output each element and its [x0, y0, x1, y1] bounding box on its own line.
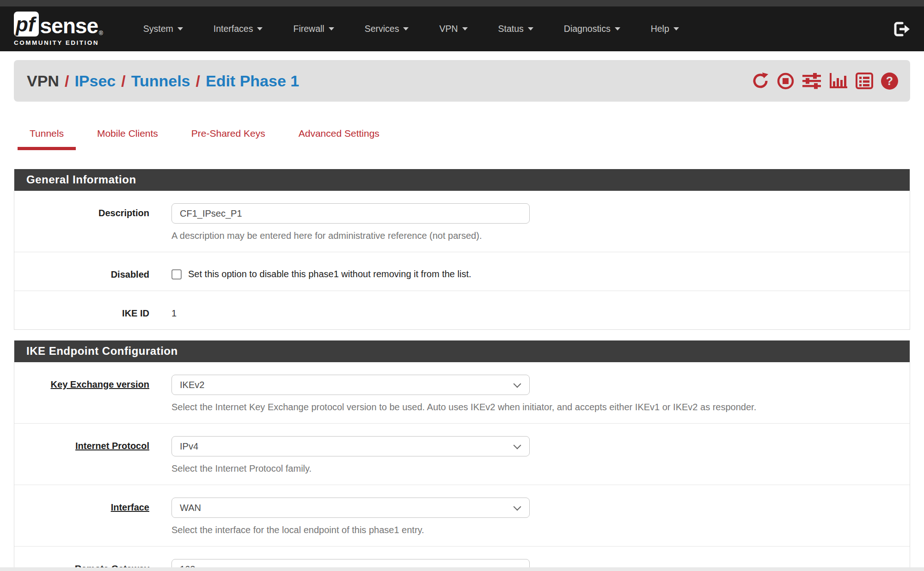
breadcrumb-panel: VPN / IPsec / Tunnels / Edit Phase 1 — [14, 60, 910, 102]
breadcrumb-separator: / — [196, 72, 200, 90]
pfsense-logo-subtitle: COMMUNITY EDITION — [14, 39, 103, 46]
nav-item-label: Status — [498, 24, 524, 34]
ike-id-row: IKE ID 1 — [14, 291, 910, 329]
nav-item-label: Services — [365, 24, 399, 34]
nav-item-diagnostics[interactable]: Diagnostics — [549, 24, 636, 34]
breadcrumb-separator: / — [65, 72, 69, 90]
nav-item-interfaces[interactable]: Interfaces — [198, 24, 278, 34]
interface-control: WAN Select the interface for the local e… — [171, 498, 910, 535]
tab-pre-shared-keys[interactable]: Pre-Shared Keys — [179, 128, 277, 150]
sliders-icon — [802, 72, 821, 90]
nav-item-system[interactable]: System — [128, 24, 198, 34]
chevron-down-icon — [329, 27, 334, 30]
description-help: A description may be entered here for ad… — [171, 231, 910, 241]
pfsense-logo-sense: sense — [40, 15, 98, 36]
breadcrumb-link-edit-phase-1[interactable]: Edit Phase 1 — [206, 72, 299, 90]
interface-label: Interface — [14, 498, 149, 535]
breadcrumb-vpn: VPN — [27, 72, 59, 90]
refresh-icon — [752, 72, 769, 90]
interface-selected-value: WAN — [180, 503, 201, 513]
chevron-down-icon — [257, 27, 263, 30]
nav-item-services[interactable]: Services — [349, 24, 424, 34]
panel-body: Key Exchange version IKEv2 Select the In… — [14, 362, 910, 571]
status-graph-button[interactable] — [829, 72, 848, 90]
ike-id-value: 1 — [171, 304, 910, 319]
key-exchange-row: Key Exchange version IKEv2 Select the In… — [14, 362, 910, 423]
pfsense-logo-wordmark: pfsense® — [14, 12, 103, 36]
refresh-service-button[interactable] — [752, 72, 769, 90]
disabled-row: Disabled Set this option to disable this… — [14, 252, 910, 291]
breadcrumb-link-ipsec[interactable]: IPsec — [74, 72, 116, 90]
description-control: A description may be entered here for ad… — [171, 203, 910, 241]
chevron-down-icon — [615, 27, 620, 30]
ike-id-label: IKE ID — [14, 304, 149, 319]
tab-tunnels[interactable]: Tunnels — [18, 128, 76, 150]
key-exchange-help: Select the Internet Key Exchange protoco… — [171, 402, 910, 413]
page-action-icons: ? — [752, 72, 898, 90]
key-exchange-control: IKEv2 Select the Internet Key Exchange p… — [171, 375, 910, 413]
window-top-strip — [0, 0, 924, 6]
main-navbar: pfsense® COMMUNITY EDITION System Interf… — [0, 6, 924, 51]
general-information-panel: General Information Description A descri… — [14, 169, 910, 330]
internet-protocol-selected-value: IPv4 — [180, 441, 198, 452]
disabled-control: Set this option to disable this phase1 w… — [171, 265, 910, 280]
internet-protocol-help: Select the Internet Protocol family. — [171, 463, 910, 474]
pfsense-logo-pf: pf — [14, 12, 39, 36]
nav-item-label: Firewall — [293, 24, 324, 34]
disabled-label: Disabled — [14, 265, 149, 280]
description-label: Description — [14, 203, 149, 241]
question-mark-icon: ? — [886, 74, 893, 88]
related-settings-button[interactable] — [802, 72, 821, 90]
sign-out-icon — [893, 21, 910, 37]
chevron-down-icon — [673, 27, 679, 30]
disabled-checkbox[interactable] — [171, 269, 182, 279]
internet-protocol-row: Internet Protocol IPv4 Select the Intern… — [14, 423, 910, 485]
panel-title: General Information — [14, 169, 910, 191]
help-button[interactable]: ? — [881, 73, 898, 90]
bar-chart-icon — [829, 72, 848, 90]
nav-item-label: Help — [651, 24, 669, 34]
nav-item-status[interactable]: Status — [483, 24, 549, 34]
panel-title: IKE Endpoint Configuration — [14, 340, 910, 362]
interface-help: Select the interface for the local endpo… — [171, 525, 910, 535]
nav-item-vpn[interactable]: VPN — [424, 24, 483, 34]
interface-row: Interface WAN Select the interface for t… — [14, 485, 910, 546]
breadcrumb: VPN / IPsec / Tunnels / Edit Phase 1 — [27, 72, 299, 90]
chevron-down-icon — [514, 503, 521, 511]
description-row: Description A description may be entered… — [14, 191, 910, 252]
chevron-down-icon — [528, 27, 533, 30]
tab-advanced-settings[interactable]: Advanced Settings — [287, 128, 392, 150]
key-exchange-label: Key Exchange version — [14, 375, 149, 413]
internet-protocol-select[interactable]: IPv4 — [171, 436, 530, 456]
nav-item-label: VPN — [439, 24, 458, 34]
ike-endpoint-configuration-panel: IKE Endpoint Configuration Key Exchange … — [14, 340, 910, 571]
key-exchange-select[interactable]: IKEv2 — [171, 375, 530, 395]
pfsense-logo[interactable]: pfsense® COMMUNITY EDITION — [14, 12, 103, 46]
nav-item-label: Interfaces — [214, 24, 253, 34]
chevron-down-icon — [403, 27, 409, 30]
nav-item-firewall[interactable]: Firewall — [278, 24, 349, 34]
tab-mobile-clients[interactable]: Mobile Clients — [85, 128, 170, 150]
nav-item-label: Diagnostics — [564, 24, 611, 34]
breadcrumb-separator: / — [121, 72, 125, 90]
internet-protocol-control: IPv4 Select the Internet Protocol family… — [171, 436, 910, 474]
nav-item-help[interactable]: Help — [636, 24, 694, 34]
breadcrumb-link-tunnels[interactable]: Tunnels — [131, 72, 190, 90]
chevron-down-icon — [514, 442, 521, 450]
chevron-down-icon — [177, 27, 183, 30]
page-bottom-edge — [0, 567, 924, 571]
interface-select[interactable]: WAN — [171, 498, 530, 518]
panel-body: Description A description may be entered… — [14, 191, 910, 329]
nav-menu: System Interfaces Firewall Services VPN … — [128, 24, 694, 34]
chevron-down-icon — [514, 380, 521, 388]
internet-protocol-label: Internet Protocol — [14, 436, 149, 474]
nav-item-label: System — [143, 24, 173, 34]
logout-button[interactable] — [893, 21, 910, 37]
description-input[interactable] — [171, 203, 530, 224]
ipsec-tab-bar: Tunnels Mobile Clients Pre-Shared Keys A… — [18, 128, 924, 150]
chevron-down-icon — [462, 27, 468, 30]
key-exchange-selected-value: IKEv2 — [180, 380, 204, 390]
view-log-button[interactable] — [856, 72, 873, 90]
stop-service-button[interactable] — [777, 73, 794, 90]
stop-icon — [777, 73, 794, 90]
